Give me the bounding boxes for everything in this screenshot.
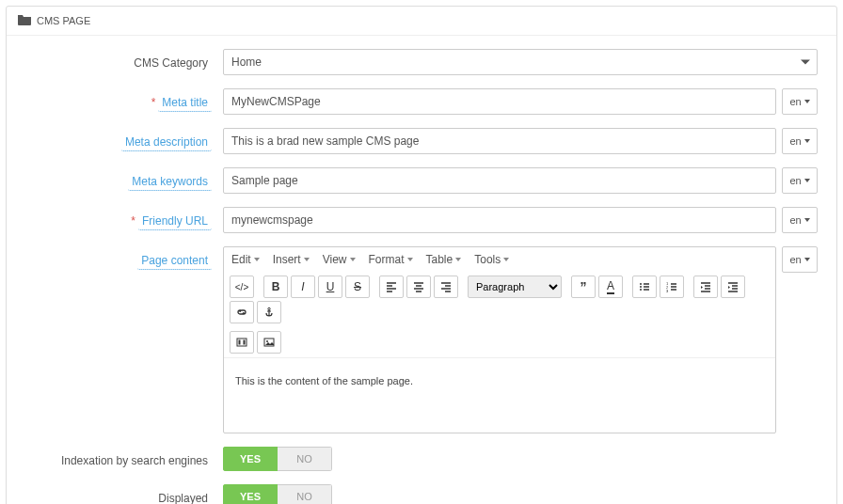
meta-description-input[interactable] [223, 128, 776, 154]
strikethrough-icon[interactable]: S [345, 276, 370, 298]
menu-edit[interactable]: Edit [231, 253, 260, 266]
row-meta-title: *Meta title en [25, 88, 818, 115]
italic-icon[interactable]: I [291, 276, 315, 298]
svg-point-0 [640, 283, 642, 285]
row-friendly-url: *Friendly URL en [25, 207, 818, 233]
media-icon[interactable] [230, 331, 254, 354]
toggle-yes[interactable]: YES [223, 447, 278, 471]
menu-view[interactable]: View [323, 253, 356, 266]
align-left-icon[interactable] [379, 276, 404, 298]
align-center-icon[interactable] [406, 276, 431, 298]
required-marker: * [151, 96, 156, 109]
svg-text:3: 3 [666, 289, 669, 292]
label-cms-category: CMS Category [25, 49, 223, 71]
label-meta-keywords: Meta keywords [25, 167, 223, 191]
align-right-icon[interactable] [434, 276, 458, 298]
displayed-toggle[interactable]: YES NO [223, 484, 332, 504]
svg-point-1 [640, 286, 642, 288]
required-marker: * [131, 214, 135, 228]
panel-header: CMS PAGE [7, 7, 836, 36]
editor-toolbar: </> B I U S Paragraph ” A [224, 272, 775, 327]
blockquote-icon[interactable]: ” [571, 276, 596, 298]
row-page-content: Page content Edit Insert View Format Tab… [25, 246, 818, 433]
chevron-down-icon [804, 139, 810, 143]
editor-menubar: Edit Insert View Format Table Tools [224, 247, 775, 272]
editor-content-area[interactable]: This is the content of the sample page. [224, 357, 775, 433]
friendly-url-input[interactable] [223, 207, 776, 233]
toggle-no[interactable]: NO [278, 484, 332, 504]
label-displayed: Displayed [25, 484, 223, 504]
folder-icon [18, 14, 31, 27]
editor-toolbar-row2 [224, 327, 775, 357]
svg-rect-8 [239, 340, 241, 345]
source-code-icon[interactable]: </> [230, 276, 254, 298]
lang-selector[interactable]: en [782, 128, 818, 154]
outdent-icon[interactable] [693, 276, 718, 298]
label-indexation: Indexation by search engines [25, 447, 223, 469]
anchor-icon[interactable] [257, 301, 281, 323]
numbered-list-icon[interactable]: 123 [660, 276, 684, 298]
cms-page-panel: CMS PAGE CMS Category Home *Meta title [6, 6, 837, 504]
lang-selector[interactable]: en [782, 88, 818, 115]
label-meta-description: Meta description [25, 128, 223, 151]
menu-tools[interactable]: Tools [474, 253, 509, 266]
row-meta-description: Meta description en [25, 128, 818, 154]
label-meta-title: *Meta title [25, 88, 223, 112]
label-friendly-url: *Friendly URL [25, 207, 223, 230]
bold-icon[interactable]: B [263, 276, 288, 298]
indent-icon[interactable] [721, 276, 745, 298]
row-indexation: Indexation by search engines YES NO [25, 447, 818, 471]
cms-category-select[interactable]: Home [223, 49, 818, 75]
panel-title: CMS PAGE [37, 15, 90, 26]
toggle-yes[interactable]: YES [223, 484, 278, 504]
underline-icon[interactable]: U [318, 276, 342, 298]
svg-point-11 [266, 340, 268, 342]
paragraph-format-select[interactable]: Paragraph [468, 276, 562, 298]
bullet-list-icon[interactable] [632, 276, 657, 298]
panel-body: CMS Category Home *Meta title en [7, 36, 836, 504]
rich-text-editor: Edit Insert View Format Table Tools </> … [223, 246, 776, 433]
chevron-down-icon [804, 258, 810, 261]
row-displayed: Displayed YES NO [25, 484, 818, 504]
lang-selector[interactable]: en [782, 246, 818, 273]
meta-title-input[interactable] [223, 88, 776, 115]
link-icon[interactable] [230, 301, 254, 323]
label-page-content: Page content [25, 246, 223, 270]
svg-point-2 [640, 289, 642, 291]
menu-table[interactable]: Table [426, 253, 462, 266]
chevron-down-icon [804, 218, 810, 222]
lang-selector[interactable]: en [782, 167, 818, 194]
chevron-down-icon [804, 179, 810, 182]
toggle-no[interactable]: NO [278, 447, 332, 471]
menu-format[interactable]: Format [369, 253, 413, 266]
svg-point-6 [268, 307, 270, 309]
menu-insert[interactable]: Insert [273, 253, 310, 266]
indexation-toggle[interactable]: YES NO [223, 447, 332, 471]
meta-keywords-input[interactable] [223, 167, 776, 194]
svg-rect-9 [244, 340, 246, 345]
chevron-down-icon [804, 100, 810, 103]
text-color-icon[interactable]: A [598, 276, 623, 298]
lang-selector[interactable]: en [782, 207, 818, 233]
image-icon[interactable] [257, 331, 281, 354]
row-meta-keywords: Meta keywords en [25, 167, 818, 194]
row-cms-category: CMS Category Home [25, 49, 818, 75]
